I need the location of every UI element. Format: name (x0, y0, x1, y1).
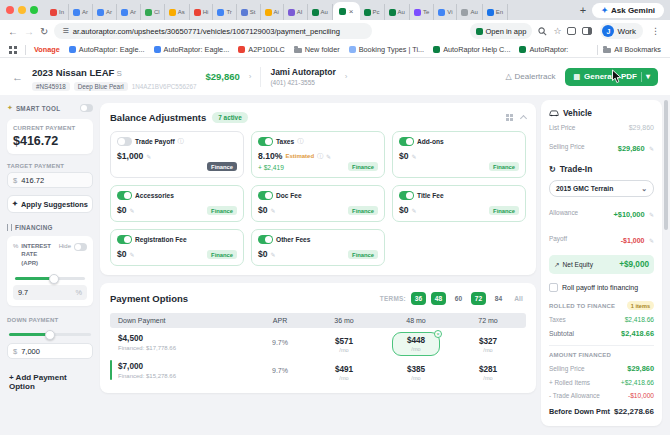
edit-icon[interactable]: ✎ (130, 251, 135, 258)
browser-tab[interactable]: Au (385, 4, 410, 20)
profile-chip[interactable]: J Work (600, 23, 643, 39)
browser-tab[interactable]: Cl (141, 4, 165, 20)
browser-tab[interactable]: En (483, 4, 508, 20)
down-payment-slider[interactable] (9, 333, 91, 336)
term-pill[interactable]: All (511, 292, 526, 305)
payment-amount-box[interactable]: $571/mo (331, 335, 357, 355)
payment-amount-box[interactable]: $491/mo (331, 363, 357, 383)
edit-icon[interactable]: ✎ (326, 153, 331, 160)
edit-icon[interactable]: ✎ (412, 153, 417, 160)
bookmark-item[interactable]: AutoRaptor: Eagle... (69, 45, 145, 54)
edit-icon[interactable]: ✎ (130, 207, 135, 214)
browser-tab[interactable]: × (333, 2, 360, 20)
bookmark-item[interactable]: AutoRaptor: Eagle... (154, 45, 230, 54)
browser-menu-icon[interactable]: ⋮ (649, 26, 662, 36)
down-payment-slider-knob[interactable] (45, 330, 55, 340)
selected-payment[interactable]: $448/mo× (392, 332, 440, 356)
maximize-window-icon[interactable] (30, 6, 38, 14)
window-controls[interactable] (6, 6, 38, 14)
term-pill[interactable]: 72 (471, 292, 486, 305)
new-tab-button[interactable]: + (574, 4, 592, 16)
chevron-right-icon[interactable]: › (345, 72, 348, 81)
bookmark-item[interactable]: Vonage (34, 45, 60, 54)
tile-toggle[interactable] (117, 191, 132, 200)
browser-tab[interactable]: In (46, 4, 69, 20)
tile-toggle[interactable] (258, 235, 273, 244)
install-app-icon[interactable] (567, 27, 576, 35)
browser-tab[interactable]: As (165, 4, 190, 20)
tile-toggle[interactable] (399, 137, 414, 146)
search-icon[interactable] (538, 27, 547, 36)
trade-in-select[interactable]: 2015 GMC Terrain ⌄ (549, 180, 654, 197)
tile-toggle[interactable] (399, 191, 414, 200)
apps-grid-icon[interactable] (9, 46, 17, 54)
payment-amount-box[interactable]: $281/mo (475, 363, 501, 383)
payment-amount-box[interactable]: $327/mo (475, 335, 501, 355)
deselect-icon[interactable]: × (434, 330, 442, 338)
edit-icon[interactable]: ✎ (649, 146, 654, 152)
payment-cell[interactable]: $385/mo (380, 358, 452, 383)
all-bookmarks-button[interactable]: All Bookmarks (603, 45, 661, 54)
browser-tab[interactable]: Hi (190, 4, 214, 20)
browser-tab[interactable]: Ar (93, 4, 117, 20)
browser-tab[interactable]: AI (284, 4, 308, 20)
tile-toggle[interactable] (258, 137, 273, 146)
minimize-window-icon[interactable] (18, 6, 26, 14)
apr-slider[interactable] (15, 277, 85, 280)
browser-tab[interactable]: Te (410, 4, 434, 20)
hide-toggle[interactable] (74, 243, 87, 251)
tab-close-icon[interactable]: × (349, 7, 354, 16)
payment-cell[interactable]: $571/mo (308, 330, 380, 355)
browser-tab[interactable]: Ai (261, 4, 284, 20)
down-payment-input[interactable]: $ 7,000 (7, 343, 93, 359)
browser-tab[interactable]: Au (308, 4, 333, 20)
payment-cell[interactable]: $327/mo (452, 330, 524, 355)
back-icon[interactable]: ← (8, 26, 18, 37)
bookmark-item[interactable]: Booking Types | Ti... (349, 45, 424, 54)
payment-amount-box[interactable]: $385/mo (403, 363, 429, 383)
smart-tool-toggle[interactable] (80, 104, 93, 112)
tile-toggle[interactable] (117, 137, 132, 146)
apr-slider-knob[interactable] (49, 274, 59, 284)
tile-toggle[interactable] (258, 191, 273, 200)
open-in-app-chip[interactable]: Open in app (470, 23, 533, 39)
browser-tab[interactable]: Pc (360, 4, 385, 20)
dealertrack-button[interactable]: △ Dealertrack (505, 72, 555, 81)
apply-suggestions-button[interactable]: ✦ Apply Suggestions (7, 195, 93, 213)
site-settings-icon[interactable]: ☰ (62, 27, 68, 35)
edit-icon[interactable]: ✎ (271, 251, 276, 258)
edit-icon[interactable]: ✎ (649, 238, 654, 244)
reload-icon[interactable]: ↻ (40, 26, 48, 37)
ask-gemini-button[interactable]: ✦ Ask Gemini (592, 3, 664, 18)
edit-icon[interactable]: ✎ (146, 153, 151, 160)
term-pill[interactable]: 36 (411, 292, 426, 305)
apr-input[interactable]: 9.7 % (13, 285, 87, 300)
payment-cell[interactable]: $491/mo (308, 358, 380, 383)
payment-cell[interactable]: $281/mo (452, 358, 524, 383)
collapse-icon[interactable] (520, 115, 527, 122)
browser-tab[interactable]: Ar (117, 4, 141, 20)
scrollbar[interactable] (664, 100, 668, 230)
bookmark-item[interactable]: New folder (294, 45, 340, 54)
url-bar[interactable]: ☰ ar.autoraptor.com/upsheets/30650771/ve… (54, 23, 372, 39)
bookmark-item[interactable]: AutoRaptor Help C... (433, 45, 510, 54)
bookmark-star-icon[interactable]: ☆ (553, 26, 561, 36)
browser-tab[interactable]: Tr (213, 4, 236, 20)
target-payment-input[interactable]: $ 416.72 (7, 172, 93, 188)
edit-icon[interactable]: ✎ (271, 207, 276, 214)
forward-icon[interactable]: → (24, 26, 34, 37)
term-pill[interactable]: 84 (491, 292, 506, 305)
tile-toggle[interactable] (117, 235, 132, 244)
browser-tab[interactable]: Ar (69, 4, 93, 20)
bookmark-item[interactable]: AutoRaptor: (519, 45, 568, 54)
payment-cell[interactable]: $448/mo× (380, 329, 452, 356)
browser-tab[interactable]: St (237, 4, 261, 20)
back-arrow-icon[interactable]: ← (12, 71, 23, 83)
roll-payoff-row[interactable]: Roll payoff into financing (549, 283, 654, 292)
browser-tab[interactable]: Vi (434, 4, 457, 20)
browser-tab[interactable]: Au (457, 4, 482, 20)
term-pill[interactable]: 48 (431, 292, 446, 305)
roll-payoff-checkbox[interactable] (549, 283, 558, 292)
edit-icon[interactable]: ✎ (649, 212, 654, 218)
term-pill[interactable]: 60 (451, 292, 466, 305)
